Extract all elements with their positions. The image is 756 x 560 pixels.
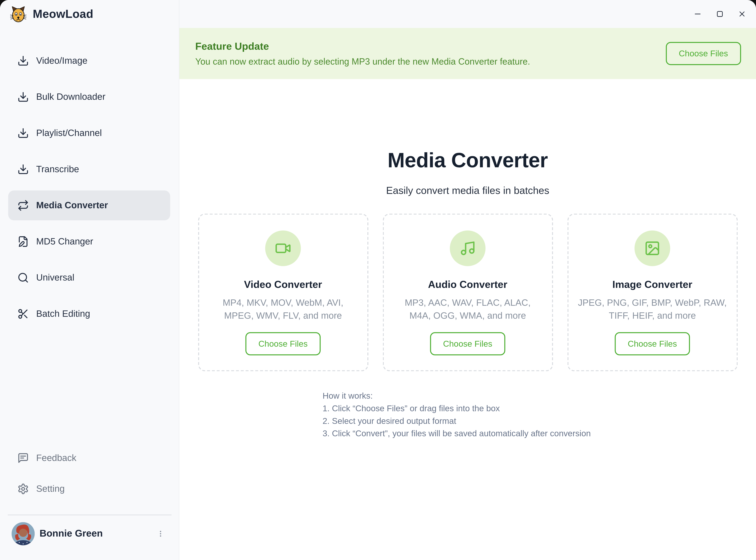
file-pen-icon — [17, 236, 29, 247]
app-logo-row: MeowLoad — [10, 5, 94, 23]
download-icon — [17, 91, 29, 103]
minimize-icon[interactable] — [690, 6, 706, 22]
search-icon — [17, 272, 29, 283]
music-note-icon — [450, 231, 485, 266]
sidebar-item-label: Batch Editing — [36, 308, 90, 319]
sidebar-item-label: Feedback — [36, 453, 77, 463]
download-icon — [17, 163, 29, 175]
sidebar: MeowLoad Video/Image Bulk Downloader — [0, 0, 179, 560]
sidebar-item-media-converter[interactable]: Media Converter — [8, 191, 170, 220]
sidebar-item-label: Setting — [36, 483, 65, 494]
card-image-converter[interactable]: Image Converter JPEG, PNG, GIF, BMP, Web… — [567, 214, 737, 371]
sidebar-item-setting[interactable]: Setting — [8, 474, 170, 504]
how-it-works-step: Click “Choose Files” or drag files into … — [322, 402, 613, 415]
scissors-icon — [17, 308, 29, 320]
sidebar-item-label: Media Converter — [36, 200, 108, 211]
media-converter-page: Media Converter Easily convert media fil… — [179, 79, 756, 560]
card-title: Image Converter — [612, 279, 692, 290]
sidebar-item-bulk-downloader[interactable]: Bulk Downloader — [8, 82, 170, 112]
download-icon — [17, 127, 29, 139]
app-window: MeowLoad Video/Image Bulk Downloader — [0, 0, 756, 560]
sidebar-divider — [8, 515, 172, 516]
card-title: Audio Converter — [428, 279, 507, 290]
sidebar-item-label: Video/Image — [36, 56, 87, 66]
sidebar-item-label: MD5 Changer — [36, 236, 93, 247]
page-title: Media Converter — [179, 148, 756, 172]
repeat-icon — [17, 200, 29, 211]
card-title: Video Converter — [244, 279, 322, 290]
avatar — [12, 522, 35, 545]
card-video-converter[interactable]: Video Converter MP4, MKV, MOV, WebM, AVI… — [198, 214, 368, 371]
app-stage: MeowLoad Video/Image Bulk Downloader — [0, 0, 756, 560]
video-icon — [265, 231, 301, 266]
how-it-works-step: Select your desired output format — [322, 415, 613, 427]
card-formats: MP3, AAC, WAV, FLAC, ALAC, M4A, OGG, WMA… — [393, 296, 542, 322]
app-title: MeowLoad — [33, 7, 93, 21]
window-controls — [690, 6, 750, 22]
image-choose-files-button[interactable]: Choose Files — [615, 332, 690, 355]
how-it-works-step: Click “Convert”, your files will be save… — [322, 427, 613, 440]
kebab-menu-icon[interactable] — [154, 524, 167, 543]
sidebar-nav: Video/Image Bulk Downloader Playlist/Cha… — [8, 46, 170, 329]
sidebar-item-video-image[interactable]: Video/Image — [8, 46, 170, 76]
converter-cards: Video Converter MP4, MKV, MOV, WebM, AVI… — [179, 214, 756, 371]
gear-icon — [17, 483, 29, 495]
download-icon — [17, 55, 29, 66]
sidebar-item-md5-changer[interactable]: MD5 Changer — [8, 227, 170, 257]
how-it-works-steps: Click “Choose Files” or drag files into … — [322, 402, 613, 440]
card-formats: JPEG, PNG, GIF, BMP, WebP, RAW, TIFF, HE… — [578, 296, 727, 322]
card-formats: MP4, MKV, MOV, WebM, AVI, MPEG, WMV, FLV… — [208, 296, 358, 322]
how-it-works-title: How it works: — [322, 389, 613, 402]
sidebar-item-playlist-channel[interactable]: Playlist/Channel — [8, 118, 170, 148]
video-choose-files-button[interactable]: Choose Files — [245, 332, 321, 355]
banner-choose-files-button[interactable]: Choose Files — [666, 42, 741, 65]
user-row[interactable]: Bonnie Green — [12, 522, 171, 545]
main-area: Feature Update You can now extract audio… — [179, 0, 756, 560]
page-subtitle: Easily convert media files in batches — [179, 184, 756, 197]
sidebar-item-transcribe[interactable]: Transcribe — [8, 154, 170, 184]
how-it-works: How it works: Click “Choose Files” or dr… — [322, 389, 613, 440]
cat-logo-icon — [10, 5, 26, 23]
feedback-icon — [17, 452, 29, 464]
sidebar-item-batch-editing[interactable]: Batch Editing — [8, 299, 170, 329]
sidebar-item-universal[interactable]: Universal — [8, 263, 170, 293]
sidebar-item-feedback[interactable]: Feedback — [8, 443, 170, 473]
maximize-icon[interactable] — [712, 6, 728, 22]
sidebar-item-label: Bulk Downloader — [36, 92, 105, 102]
sidebar-footer-nav: Feedback Setting — [8, 443, 170, 504]
sidebar-item-label: Transcribe — [36, 164, 79, 175]
audio-choose-files-button[interactable]: Choose Files — [430, 332, 505, 355]
card-audio-converter[interactable]: Audio Converter MP3, AAC, WAV, FLAC, ALA… — [382, 214, 553, 371]
sidebar-item-label: Playlist/Channel — [36, 128, 102, 138]
image-icon — [635, 231, 670, 266]
sidebar-item-label: Universal — [36, 273, 74, 283]
user-name: Bonnie Green — [40, 528, 103, 539]
feature-update-banner: Feature Update You can now extract audio… — [179, 28, 756, 79]
close-icon[interactable] — [734, 6, 750, 22]
